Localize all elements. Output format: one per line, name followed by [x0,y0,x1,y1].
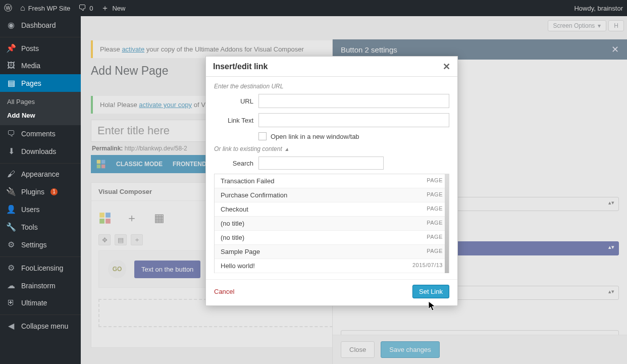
result-row[interactable]: CheckoutPAGE [215,202,449,217]
destination-url-label: Enter the destination URL [214,83,449,90]
new-tab-checkbox-label[interactable]: Open link in a new window/tab [258,132,359,140]
sidebar-item-media[interactable]: 🖼Media [0,57,81,74]
comment-icon: 🗨 [6,129,16,138]
new-link[interactable]: ＋New [101,3,125,14]
comments-link[interactable]: 🗨0 [78,4,93,13]
sidebar-item-appearance[interactable]: 🖌Appearance [0,163,81,183]
existing-content-label[interactable]: Or link to existing content ▴ [214,145,449,152]
comments-count: 0 [89,5,93,12]
result-row[interactable]: (no title)PAGE [215,231,449,245]
media-icon: 🖼 [6,61,16,70]
modal-close-icon[interactable]: ✕ [443,61,450,72]
wrench-icon: 🔧 [6,222,16,232]
link-text-label: Link Text [214,117,253,124]
sidebar-item-downloads[interactable]: ⬇Downloads [0,142,81,160]
set-link-button[interactable]: Set Link [412,285,449,298]
triangle-up-icon: ▴ [285,145,288,152]
sliders-icon: ⚙ [6,240,16,249]
url-input[interactable] [258,94,449,108]
result-row[interactable]: (no title)PAGE [215,217,449,231]
result-row[interactable]: Sample PagePAGE [215,245,449,259]
search-input[interactable] [258,157,384,170]
pin-icon: 📌 [6,43,16,53]
brush-icon: 🖌 [6,170,16,179]
sidebar-item-posts[interactable]: 📌Posts [0,37,81,57]
sidebar-item-tools[interactable]: 🔧Tools [0,218,81,236]
plugins-badge: 1 [50,188,58,195]
admin-sidebar: ◉Dashboard 📌Posts 🖼Media ▤Pages All Page… [0,16,81,364]
sidebar-item-pages[interactable]: ▤Pages [0,74,81,92]
site-link[interactable]: ⌂Fresh WP Site [20,4,70,13]
wp-logo[interactable]: ⓦ [4,3,12,14]
page-icon: ▤ [6,78,16,88]
link-text-input[interactable] [258,113,449,127]
brain-icon: ☁ [6,281,16,290]
download-icon: ⬇ [6,146,16,156]
howdy-text: Howdy, brainstor [574,5,623,12]
checkbox-icon[interactable] [258,132,267,140]
user-icon: 👤 [6,204,16,214]
admin-bar: ⓦ ⌂Fresh WP Site 🗨0 ＋New Howdy, brainsto… [0,0,627,16]
dashboard-icon: ◉ [6,20,16,30]
sidebar-item-settings[interactable]: ⚙Settings [0,236,81,253]
link-results-list[interactable]: Transaction FailedPAGE Purchase Confirma… [214,174,449,273]
collapse-menu[interactable]: ◀Collapse menu [0,315,81,335]
sidebar-item-foolicensing[interactable]: ⚙FooLicensing [0,256,81,277]
gear-icon: ⚙ [6,263,16,273]
site-name: Fresh WP Site [28,5,71,12]
home-icon: ⌂ [20,4,25,13]
insert-link-modal: Insert/edit link ✕ Enter the destination… [205,56,458,306]
result-row[interactable]: Purchase ConfirmationPAGE [215,188,449,202]
modal-header: Insert/edit link ✕ [206,57,457,77]
submenu-all-pages[interactable]: All Pages [0,95,81,109]
submenu-add-new[interactable]: Add New [0,109,81,122]
plugin-icon: 🔌 [6,187,16,196]
plus-icon: ＋ [101,3,109,14]
sidebar-item-ultimate[interactable]: ⛨Ultimate [0,294,81,311]
result-row[interactable]: Transaction FailedPAGE [215,174,449,188]
sidebar-item-brainstorm[interactable]: ☁Brainstorm [0,277,81,294]
sidebar-item-plugins[interactable]: 🔌Plugins1 [0,183,81,200]
cancel-button[interactable]: Cancel [214,288,234,295]
result-row[interactable]: Hello world!2015/07/13 [215,259,449,273]
sidebar-item-dashboard[interactable]: ◉Dashboard [0,16,81,34]
pages-submenu: All Pages Add New [0,92,81,125]
search-label: Search [214,160,253,167]
url-label: URL [214,97,253,105]
collapse-icon: ◀ [6,321,16,331]
new-label: New [112,5,125,12]
howdy-link[interactable]: Howdy, brainstor [574,5,623,12]
wordpress-icon: ⓦ [4,3,12,14]
sidebar-item-comments[interactable]: 🗨Comments [0,125,81,142]
comment-icon: 🗨 [78,4,86,13]
shield-icon: ⛨ [6,298,16,307]
sidebar-item-users[interactable]: 👤Users [0,200,81,218]
